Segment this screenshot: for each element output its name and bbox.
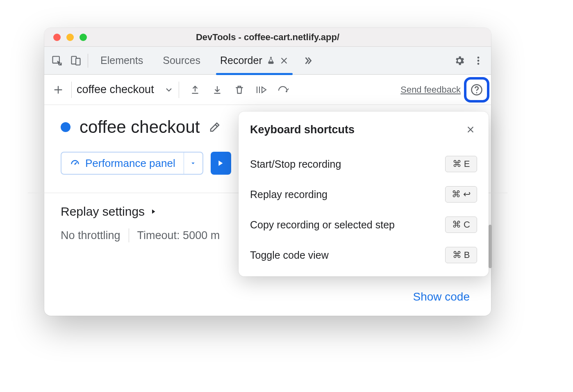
close-window-button[interactable] xyxy=(53,34,61,41)
shortcut-label: Replay recording xyxy=(250,189,327,201)
more-menu-icon[interactable] xyxy=(469,51,488,70)
shortcut-label: Copy recording or selected step xyxy=(250,219,395,231)
recording-indicator-icon xyxy=(61,122,70,132)
zoom-window-button[interactable] xyxy=(80,34,87,41)
tab-recorder[interactable]: Recorder xyxy=(210,47,298,75)
timeout-value: Timeout: 5000 m xyxy=(137,229,220,242)
shortcut-label: Toggle code view xyxy=(250,249,329,261)
replay-button[interactable] xyxy=(211,152,231,175)
throttling-value: No throttling xyxy=(61,229,121,242)
titlebar: DevTools - coffee-cart.netlify.app/ xyxy=(44,28,491,47)
step-play-icon[interactable] xyxy=(252,80,271,99)
window-controls xyxy=(44,34,87,41)
shortcut-keys: ⌘ ↩ xyxy=(445,186,477,203)
inspect-element-icon[interactable] xyxy=(48,51,66,70)
divider xyxy=(71,82,72,98)
svg-point-6 xyxy=(286,91,287,92)
chevron-down-icon[interactable] xyxy=(164,85,174,95)
new-recording-icon[interactable] xyxy=(50,82,66,98)
shortcut-row: Toggle code view ⌘ B xyxy=(250,247,477,263)
recording-title: coffee checkout xyxy=(80,117,200,137)
edit-title-icon[interactable] xyxy=(209,121,221,133)
shortcut-row: Start/Stop recording ⌘ E xyxy=(250,156,477,172)
tab-sources[interactable]: Sources xyxy=(153,47,210,75)
replay-settings-label: Replay settings xyxy=(61,205,145,219)
caret-right-icon xyxy=(150,208,157,215)
delete-icon[interactable] xyxy=(230,80,249,99)
show-code-button[interactable]: Show code xyxy=(405,286,478,308)
performance-dropdown-icon[interactable] xyxy=(184,153,202,174)
svg-point-4 xyxy=(478,59,480,62)
svg-point-8 xyxy=(476,92,478,93)
shortcut-keys: ⌘ C xyxy=(445,217,477,233)
svg-point-3 xyxy=(478,57,480,59)
settings-icon[interactable] xyxy=(450,51,469,70)
divider xyxy=(88,54,88,68)
shortcut-row: Replay recording ⌘ ↩ xyxy=(250,186,477,203)
export-icon[interactable] xyxy=(186,80,205,99)
close-popover-icon[interactable] xyxy=(464,123,477,136)
svg-point-9 xyxy=(74,164,75,165)
performance-panel-button[interactable]: Performance panel xyxy=(61,152,203,175)
tab-elements[interactable]: Elements xyxy=(91,47,153,75)
recorder-toolbar: coffee checkout Send feedback xyxy=(44,75,491,105)
devtools-window: DevTools - coffee-cart.netlify.app/ Elem… xyxy=(44,28,491,316)
import-icon[interactable] xyxy=(208,80,227,99)
divider xyxy=(129,228,129,242)
gauge-icon xyxy=(70,158,80,169)
shortcut-keys: ⌘ E xyxy=(445,156,477,172)
recording-selector[interactable]: coffee checkout xyxy=(77,83,154,96)
window-title: DevTools - coffee-cart.netlify.app/ xyxy=(44,32,491,43)
svg-point-5 xyxy=(478,63,480,65)
shortcut-row: Copy recording or selected step ⌘ C xyxy=(250,217,477,233)
flask-icon xyxy=(266,56,275,65)
shortcut-keys: ⌘ B xyxy=(445,247,477,263)
devtools-tabbar: Elements Sources Recorder xyxy=(44,47,491,75)
more-tabs-icon[interactable] xyxy=(298,51,317,70)
divider xyxy=(179,82,179,98)
play-icon xyxy=(216,159,225,168)
shortcut-label: Start/Stop recording xyxy=(250,158,341,170)
tab-recorder-label: Recorder xyxy=(220,55,262,66)
device-toolbar-icon[interactable] xyxy=(66,51,85,70)
help-icon[interactable] xyxy=(468,81,485,98)
svg-rect-2 xyxy=(76,58,80,65)
performance-panel-label: Performance panel xyxy=(85,157,175,170)
send-feedback-link[interactable]: Send feedback xyxy=(400,84,461,95)
close-tab-icon[interactable] xyxy=(280,56,289,65)
keyboard-shortcuts-popover: Keyboard shortcuts Start/Stop recording … xyxy=(239,112,489,276)
minimize-window-button[interactable] xyxy=(66,34,74,41)
replay-speed-icon[interactable] xyxy=(274,80,293,99)
scrollbar-thumb[interactable] xyxy=(489,225,492,268)
popover-title: Keyboard shortcuts xyxy=(250,123,355,136)
